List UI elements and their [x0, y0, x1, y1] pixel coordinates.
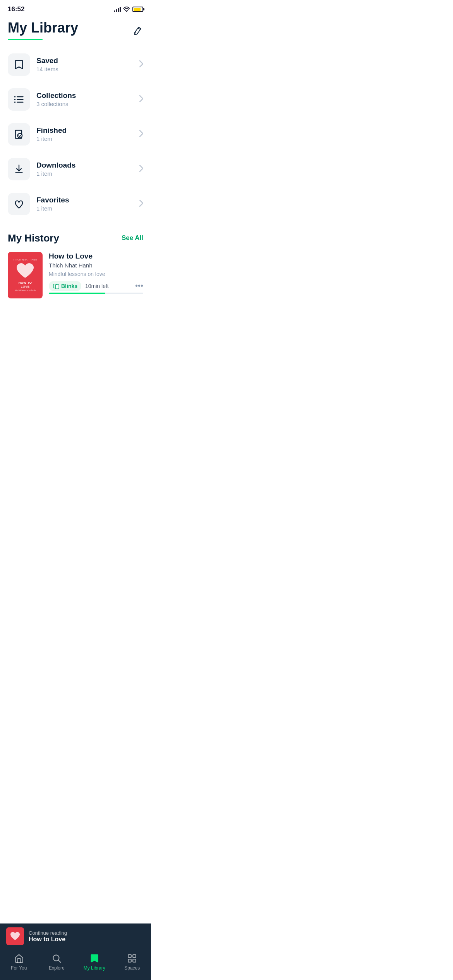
finished-icon-box: [8, 123, 30, 146]
finished-label: Finished: [36, 126, 139, 135]
svg-point-7: [14, 99, 16, 100]
menu-item-collections[interactable]: Collections 3 collections: [8, 83, 143, 116]
history-header: My History See All: [8, 232, 143, 244]
menu-item-downloads[interactable]: Downloads 1 item: [8, 152, 143, 186]
menu-item-finished[interactable]: Finished 1 item: [8, 118, 143, 151]
downloads-label: Downloads: [36, 161, 139, 170]
saved-icon-box: [8, 53, 30, 76]
menu-item-favorites[interactable]: Favorites 1 item: [8, 187, 143, 221]
favorites-chevron: [139, 200, 143, 208]
collections-label: Collections: [36, 91, 139, 100]
highlight-icon[interactable]: [132, 24, 143, 37]
finished-chevron: [139, 130, 143, 139]
svg-point-10: [18, 133, 22, 138]
blinks-badge: Blinks: [49, 281, 81, 291]
collections-chevron: [139, 95, 143, 104]
favorites-label: Favorites: [36, 196, 139, 204]
menu-list: Saved 14 items Collections 3 collections: [0, 40, 151, 221]
svg-point-8: [14, 101, 16, 103]
svg-rect-12: [55, 284, 59, 289]
book-cover: THICH NHAT HANH HOW TOLOVE Mindful lesso…: [8, 252, 43, 298]
cover-subtitle: Mindful lessons on hanh: [15, 289, 36, 291]
book-info: How to Love Thich Nhat Hanh Mindful less…: [49, 252, 143, 294]
wifi-icon: [123, 7, 130, 12]
status-icons: [114, 7, 143, 12]
signal-icon: [114, 7, 121, 12]
battery-icon: [132, 7, 143, 12]
downloads-icon-box: [8, 158, 30, 180]
cover-title: HOW TOLOVE: [19, 281, 32, 288]
favorites-icon-box: [8, 193, 30, 215]
history-book-card[interactable]: THICH NHAT HANH HOW TOLOVE Mindful lesso…: [8, 252, 143, 306]
see-all-button[interactable]: See All: [122, 234, 143, 242]
book-meta: Blinks 10min left •••: [49, 281, 143, 291]
progress-fill: [49, 293, 105, 294]
collections-sublabel: 3 collections: [36, 101, 139, 107]
book-author: Thich Nhat Hanh: [49, 262, 143, 269]
cover-heart-icon: [15, 262, 35, 279]
finished-sublabel: 1 item: [36, 135, 139, 142]
page-title: My Library: [8, 20, 78, 36]
saved-sublabel: 14 items: [36, 66, 139, 72]
svg-point-0: [126, 11, 127, 12]
status-time: 16:52: [8, 5, 24, 13]
progress-bar: [49, 293, 143, 294]
downloads-sublabel: 1 item: [36, 170, 139, 177]
history-title: My History: [8, 232, 59, 244]
book-title: How to Love: [49, 252, 143, 260]
history-section: My History See All THICH NHAT HANH HOW T…: [0, 221, 151, 306]
cover-author: THICH NHAT HANH: [13, 259, 37, 261]
book-description: Mindful lessons on love: [49, 271, 143, 277]
time-left: 10min left: [85, 283, 109, 289]
status-bar: 16:52: [0, 0, 151, 16]
collections-icon-box: [8, 88, 30, 111]
favorites-sublabel: 1 item: [36, 205, 139, 212]
blinks-icon: [53, 283, 60, 290]
saved-label: Saved: [36, 57, 139, 65]
svg-point-6: [14, 96, 16, 98]
downloads-chevron: [139, 165, 143, 173]
blinks-label: Blinks: [61, 283, 77, 289]
more-options-button[interactable]: •••: [135, 281, 143, 290]
saved-chevron: [139, 60, 143, 69]
menu-item-saved[interactable]: Saved 14 items: [8, 48, 143, 81]
page-header: My Library: [0, 16, 151, 40]
title-underline: [8, 39, 43, 40]
